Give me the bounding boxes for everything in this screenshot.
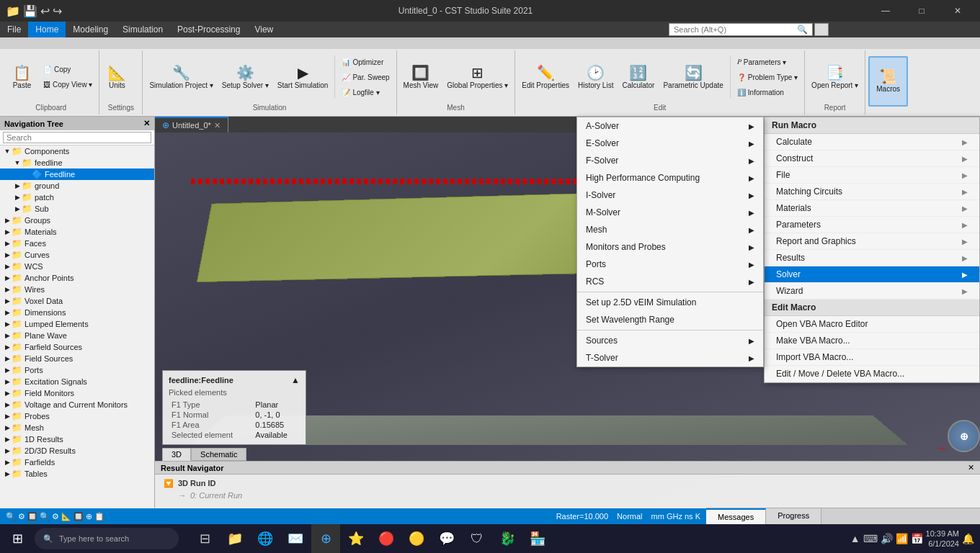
- tree-item-field-monitors[interactable]: ▶ 📁 Field Monitors: [0, 387, 154, 399]
- solver-e[interactable]: E-Solver ▶: [577, 135, 763, 152]
- network-icon[interactable]: 📶: [896, 533, 908, 544]
- search-bar[interactable]: 🔍: [669, 23, 813, 36]
- nav-search-input[interactable]: [3, 132, 151, 143]
- tree-item-farfields[interactable]: ▶ 📁 Farfields: [0, 457, 154, 468]
- macros-button[interactable]: 📜 Macros: [868, 56, 908, 107]
- tree-item-patch[interactable]: ▶ 📁 patch: [0, 192, 154, 203]
- solver-t[interactable]: T-Solver ▶: [577, 349, 763, 367]
- solver-m[interactable]: M-Solver ▶: [577, 204, 763, 221]
- macro-wizard[interactable]: Wizard ▶: [765, 283, 979, 300]
- tree-item-field-sources[interactable]: ▶ 📁 Field Sources: [0, 353, 154, 364]
- paste-button[interactable]: 📋 Paste: [6, 52, 38, 102]
- tree-item-materials[interactable]: ▶ 📁 Materials: [0, 226, 154, 238]
- mail-app[interactable]: ✉️: [281, 524, 310, 553]
- tree-item-tables[interactable]: ▶ 📁 Tables: [0, 468, 154, 480]
- tree-item-feedline-obj[interactable]: 🔷 Feedline: [0, 168, 154, 180]
- solver-wavelength[interactable]: Set Wavelength Range: [577, 311, 763, 328]
- tree-item-ports[interactable]: ▶ 📁 Ports: [0, 364, 154, 376]
- solver-ports[interactable]: Ports ▶: [577, 256, 763, 273]
- tree-item-voxel[interactable]: ▶ 📁 Voxel Data: [0, 295, 154, 307]
- tree-item-farfield-sources[interactable]: ▶ 📁 Farfield Sources: [0, 341, 154, 353]
- solver-sources[interactable]: Sources ▶: [577, 332, 763, 349]
- tree-item-wires[interactable]: ▶ 📁 Wires: [0, 284, 154, 295]
- solver-f[interactable]: F-Solver ▶: [577, 152, 763, 169]
- units-button[interactable]: 📐 Units: [102, 52, 131, 102]
- tab-close-icon[interactable]: ✕: [214, 121, 220, 130]
- parametric-update-button[interactable]: 🔄 Parametric Update: [659, 52, 726, 102]
- macro-materials[interactable]: Materials ▶: [765, 200, 979, 217]
- tray-icon-1[interactable]: ▲: [850, 533, 860, 544]
- macro-solver[interactable]: Solver ▶: [765, 266, 979, 283]
- tree-item-voltage-monitors[interactable]: ▶ 📁 Voltage and Current Monitors: [0, 399, 154, 410]
- close-button[interactable]: ✕: [941, 0, 974, 22]
- solver-a[interactable]: A-Solver ▶: [577, 117, 763, 135]
- tree-item-curves[interactable]: ▶ 📁 Curves: [0, 249, 154, 261]
- tree-item-sub[interactable]: ▶ 📁 Sub: [0, 203, 154, 215]
- solver-rcs[interactable]: RCS ▶: [577, 273, 763, 290]
- history-list-button[interactable]: 🕑 History List: [574, 52, 617, 102]
- app-8[interactable]: 🛡: [463, 524, 491, 553]
- par-sweep-button[interactable]: 📈 Par. Sweep: [338, 70, 393, 84]
- logfile-button[interactable]: 📝 Logfile ▾: [338, 85, 393, 99]
- macro-parameters[interactable]: Parameters ▶: [765, 217, 979, 233]
- speaker-icon[interactable]: 🔊: [881, 533, 893, 544]
- tree-item-faces[interactable]: ▶ 📁 Faces: [0, 238, 154, 249]
- solver-hpc[interactable]: High Performance Computing ▶: [577, 169, 763, 186]
- app-5[interactable]: ⭐: [342, 524, 370, 553]
- macro-make-vba[interactable]: Make VBA Macro...: [765, 333, 979, 349]
- tree-item-ground[interactable]: ▶ 📁 ground: [0, 180, 154, 192]
- progress-tab[interactable]: Progress: [766, 508, 821, 524]
- redo-icon[interactable]: ↪: [53, 4, 62, 18]
- panel-minimize[interactable]: ▲: [291, 375, 300, 385]
- app-6[interactable]: 🔴: [372, 524, 401, 553]
- macro-import-vba[interactable]: Import VBA Macro...: [765, 349, 979, 366]
- macro-report-graphics[interactable]: Report and Graphics ▶: [765, 233, 979, 250]
- result-nav-close[interactable]: ✕: [968, 463, 974, 472]
- search-input[interactable]: [674, 25, 797, 34]
- tree-item-excitation[interactable]: ▶ 📁 Excitation Signals: [0, 376, 154, 387]
- macro-calculate[interactable]: Calculate ▶: [765, 134, 979, 150]
- calculator-button[interactable]: 🔢 Calculator: [618, 52, 658, 102]
- app-9[interactable]: 🐉: [493, 524, 522, 553]
- global-properties-button[interactable]: ⊞ Global Properties ▾: [443, 52, 512, 102]
- tree-item-feedline[interactable]: ▼ 📁 feedline: [0, 157, 154, 168]
- parameters-button[interactable]: 𝑃 Parameters ▾: [734, 55, 801, 69]
- tree-item-wcs[interactable]: ▶ 📁 WCS: [0, 261, 154, 272]
- undo-icon[interactable]: ↩: [40, 4, 50, 18]
- file-explorer-app[interactable]: 📁: [220, 524, 249, 553]
- windows-store[interactable]: 🏪: [523, 524, 552, 553]
- notification-icon[interactable]: 🔔: [962, 533, 974, 544]
- tree-item-components[interactable]: ▼ 📁 Components: [0, 145, 154, 157]
- tree-item-probes[interactable]: ▶ 📁 Probes: [0, 410, 154, 422]
- nav-search[interactable]: [0, 130, 154, 145]
- solver-i[interactable]: I-Solver ▶: [577, 186, 763, 204]
- edge-app[interactable]: 🌐: [251, 524, 280, 553]
- minimize-button[interactable]: —: [869, 0, 902, 22]
- help-icon[interactable]: ?: [814, 23, 829, 36]
- taskbar-search[interactable]: 🔍 Type here to search: [35, 528, 179, 549]
- solver-mesh[interactable]: Mesh ▶: [577, 221, 763, 238]
- start-button[interactable]: ⊞: [0, 524, 35, 553]
- task-view-button[interactable]: ⊟: [190, 524, 219, 553]
- tree-item-dimensions[interactable]: ▶ 📁 Dimensions: [0, 307, 154, 318]
- solver-monitors[interactable]: Monitors and Probes ▶: [577, 238, 763, 256]
- wechat-app[interactable]: 💬: [432, 524, 461, 553]
- tree-item-2d3d-results[interactable]: ▶ 📁 2D/3D Results: [0, 445, 154, 457]
- tree-item-mesh[interactable]: ▶ 📁 Mesh: [0, 422, 154, 433]
- date-icon[interactable]: 📅: [911, 533, 923, 544]
- tree-item-lumped[interactable]: ▶ 📁 Lumped Elements: [0, 318, 154, 330]
- problem-type-button[interactable]: ❓ Problem Type ▾: [734, 70, 801, 84]
- macro-edit-vba[interactable]: Edit / Move / Delete VBA Macro...: [765, 366, 979, 382]
- macro-construct[interactable]: Construct ▶: [765, 150, 979, 167]
- nav-tree-close[interactable]: ✕: [143, 119, 150, 128]
- macro-open-vba[interactable]: Open VBA Macro Editor: [765, 316, 979, 333]
- menu-view[interactable]: View: [247, 22, 280, 37]
- edit-properties-button[interactable]: ✏️ Edit Properties: [518, 52, 573, 102]
- information-button[interactable]: ℹ️ Information: [734, 85, 801, 99]
- mesh-view-button[interactable]: 🔲 Mesh View: [400, 52, 442, 102]
- clock[interactable]: 10:39 AM 6/1/2024: [926, 529, 959, 549]
- solver-veim[interactable]: Set up 2.5D vEIM Simulation: [577, 294, 763, 311]
- tree-item-1d-results[interactable]: ▶ 📁 1D Results: [0, 433, 154, 445]
- start-simulation-button[interactable]: ▶ Start Simulation: [274, 52, 332, 102]
- copy-button[interactable]: 📄 Copy: [40, 63, 96, 77]
